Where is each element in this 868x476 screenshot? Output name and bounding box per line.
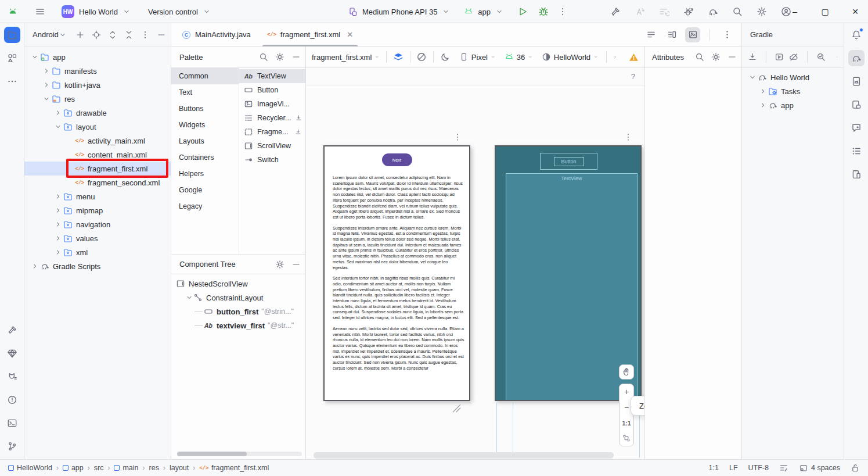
debug-button-icon[interactable] [538,6,549,17]
project-tree-item-xml[interactable]: xml [24,245,171,259]
api-android-icon[interactable] [505,52,514,62]
search-icon[interactable] [259,52,268,62]
palette-category-helpers[interactable]: Helpers [171,166,239,182]
palette-category-text[interactable]: Text [171,84,239,101]
project-tree-item-menu[interactable]: menu [24,189,171,203]
device-explorer-icon[interactable] [851,169,862,180]
chevron-down-icon[interactable] [495,8,503,16]
palette-category-containers[interactable]: Containers [171,149,239,166]
tool-strip-gradle-elephant[interactable] [848,50,865,66]
project-badge[interactable]: HW [62,5,74,18]
editor-mode-editor-split[interactable] [664,27,679,42]
api-level-menu[interactable]: 36 [517,53,525,62]
chevron-down-icon[interactable] [42,95,51,103]
zoom-out-button[interactable]: − [624,403,629,411]
editor-code-icon[interactable] [646,30,656,40]
blueprint-button-outline[interactable]: Button [540,153,597,170]
component-tree-item-button-first[interactable]: button_first"@strin..." [171,305,305,318]
xml-tag-icon[interactable]: </> [75,150,84,159]
palette-hscrollbar-thumb[interactable] [177,452,247,456]
tool-strip-device-explorer[interactable] [848,166,865,182]
nested-scroll-icon[interactable] [176,279,185,288]
target-locate-icon[interactable] [92,30,101,40]
more-horiz-icon[interactable] [7,76,17,87]
project-tree-item-app[interactable]: app [24,50,171,64]
zoom-ratio-button[interactable]: 1:1 [622,420,631,427]
folder-resource-icon[interactable] [63,108,73,117]
palette-category-widgets[interactable]: Widgets [171,117,239,133]
gradle-tree-item-tasks[interactable]: Tasks [742,84,844,98]
zoom-in-button[interactable]: + [624,388,629,396]
xml-tag-icon[interactable]: </> [75,178,84,187]
gradle-tree-item-app[interactable]: app [742,98,844,112]
pan-tool-button[interactable] [619,364,634,380]
tool-strip-resource-manager[interactable] [4,50,20,66]
palette-category-common[interactable]: Common [171,68,239,84]
next-button-preview[interactable]: Next [382,153,412,166]
profiler-icon[interactable] [816,52,826,62]
palette-item-imagevi[interactable]: ImageVi... [239,97,305,111]
project-tree-item-layout[interactable]: layout [24,120,171,134]
indent-guide-icon[interactable] [779,463,788,473]
chevron-right-icon[interactable] [611,55,620,60]
folder-resource-icon[interactable] [63,206,73,215]
chevron-down-icon[interactable] [442,8,450,16]
theme-menu[interactable]: HelloWorld [554,53,590,62]
project-tree-item-gradle-scripts[interactable]: Gradle Scripts [24,259,171,273]
design-preview-phone[interactable]: Next Lorem ipsum dolor sit amet, consect… [323,145,470,401]
chevron-down-icon[interactable] [748,73,757,81]
build-hammer-icon[interactable] [7,325,17,335]
zoom-fit-icon[interactable] [622,434,631,442]
project-tree-item-fragment-first-xml[interactable]: </>fragment_first.xml [24,162,171,176]
project-folder-icon[interactable] [7,30,17,40]
chevron-right-icon[interactable] [758,87,768,95]
widget-recycler-icon[interactable] [244,113,253,123]
project-view-selector[interactable]: Android [33,30,59,39]
widget-button-icon[interactable] [204,307,213,316]
kebab-icon[interactable] [141,30,150,40]
download-icon[interactable] [295,114,302,122]
tool-strip-problems[interactable] [4,392,20,408]
project-tree-item-manifests[interactable]: manifests [24,64,171,78]
run-config[interactable]: app [478,8,491,16]
resize-handle-icon[interactable] [451,403,462,413]
settings-icon[interactable] [711,52,721,62]
minus-icon[interactable] [291,260,301,269]
window-close-button[interactable]: ✕ [842,0,868,23]
component-tree-item-nestedscrollview[interactable]: NestedScrollView [171,277,305,291]
palette-category-buttons[interactable]: Buttons [171,101,239,117]
encoding-indicator[interactable]: UTF-8 [748,464,769,472]
tool-strip-more-horiz[interactable] [4,73,20,90]
breadcrumb-helloworld[interactable]: HelloWorld [8,464,52,472]
project-tree-item-content-main-xml[interactable]: </>content_main.xml [24,148,171,162]
line-ending-indicator[interactable]: LF [729,464,738,472]
breadcrumb-res[interactable]: res [149,464,159,472]
palette-item-button[interactable]: Button [239,83,305,97]
plus-icon[interactable] [75,30,85,40]
run-button-icon[interactable] [517,6,528,17]
run-task-icon[interactable] [775,52,784,62]
tool-strip-structure-list[interactable] [848,143,865,159]
chevron-right-icon[interactable] [53,234,63,242]
vcs-widget[interactable]: Version control [148,8,198,16]
gradle-elephant-icon[interactable] [758,73,767,82]
folder-res-icon[interactable] [52,94,61,103]
tool-strip-notifications-bell[interactable] [848,27,865,43]
tool-strip-project-folder[interactable] [4,27,20,43]
chevron-right-icon[interactable] [42,81,51,89]
device-selector[interactable]: Medium Phone API 35 [362,8,437,16]
window-maximize-button[interactable]: ▢ [812,0,838,23]
chevron-right-icon[interactable] [53,248,63,256]
structure-list-icon[interactable] [851,146,862,156]
breadcrumb-main[interactable]: main [114,464,138,472]
tool-strip-insights-gem[interactable] [4,345,20,362]
more-actions-icon[interactable] [558,7,567,16]
device-menu[interactable]: Pixel [471,53,488,62]
ab-icon[interactable]: Ab [244,71,253,81]
chevron-right-icon[interactable] [836,53,838,61]
terminal-icon[interactable] [7,418,17,428]
component-tree-item-textview-first[interactable]: Abtextview_first"@str..." [171,318,305,332]
widget-switch-icon[interactable] [244,155,253,164]
gradle-tree-item-hello-world[interactable]: Hello World [742,70,844,84]
breadcrumb-app[interactable]: app [63,464,84,472]
